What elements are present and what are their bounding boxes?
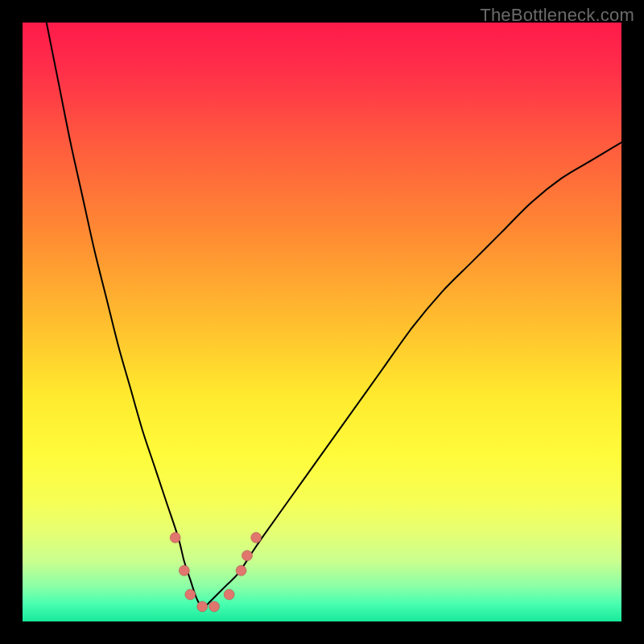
chart-frame: TheBottleneck.com [0,0,644,644]
plot-area [23,23,621,621]
curve-svg [23,23,621,621]
marker-dot [224,589,234,600]
marker-dot [185,589,196,600]
bottleneck-curve [47,23,621,609]
marker-dot [179,565,189,576]
data-markers [170,532,261,612]
watermark-text: TheBottleneck.com [480,5,634,26]
marker-dot [236,565,246,576]
marker-dot [242,551,253,561]
curve-left [47,23,202,609]
marker-dot [170,532,180,543]
marker-dot [251,532,262,543]
marker-dot [209,601,220,612]
curve-right [202,142,621,609]
marker-dot [197,601,208,612]
